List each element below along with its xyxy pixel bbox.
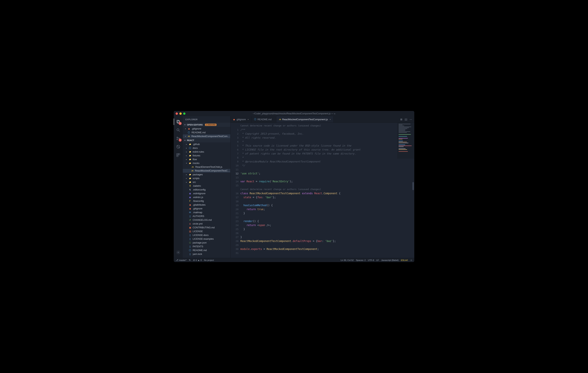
editor-body[interactable]: 123456789101112131415 161718192021222324… [231,123,414,258]
problems-segment[interactable]: ⊘ 0 ▲ 0 [193,259,202,261]
activity-debug[interactable] [174,143,183,151]
branch-segment[interactable]: ⎇ master* [176,259,187,261]
window-close-button[interactable] [176,113,178,115]
file-tree-item[interactable]: ▸📁flow [183,157,230,161]
code-line[interactable] [240,215,414,219]
code-line[interactable]: * All rights reserved. [240,136,414,140]
code-line[interactable] [240,199,414,203]
open-editor-item[interactable]: ●JSReactMockedComponentTestComp… [183,135,230,138]
codelens[interactable]: Cannot determine recent change or author… [240,187,414,191]
file-tree-item[interactable]: ▯LICENSE-examples [183,237,230,241]
editor-tab[interactable]: ⓘREADME.md [251,116,276,123]
file-tree-item[interactable]: ▸📁.github [183,142,230,146]
activity-settings[interactable] [174,249,183,256]
file-tree-item[interactable]: ◉.eslintrc.js [183,195,230,199]
file-tree-item[interactable]: ▯AUTHORS [183,214,230,218]
file-tree-item[interactable]: ▯LICENSE-docs [183,233,230,237]
open-editor-item[interactable]: ●◆.gitignore [183,127,230,131]
file-tree-item[interactable]: ◆.gitattributes [183,203,230,207]
code-line[interactable]: * This source code is licensed under the… [240,144,414,148]
file-label: AUTHORS [193,215,204,218]
code-line[interactable] [240,167,414,172]
encoding[interactable]: UTF-8 [368,259,374,261]
code-line[interactable]: * [240,156,414,160]
code-line[interactable]: render() { [240,219,414,223]
file-tree-item[interactable]: ▸📁fixtures [183,154,230,157]
activity-explorer[interactable]: 2 [174,118,183,126]
file-tree-item[interactable]: ▣CONTRIBUTING.md [183,226,230,229]
code-line[interactable]: class ReactMockedComponentTestComponent … [240,191,414,195]
editor-tab[interactable]: JSReactMockedComponentTestComponent.js● [276,116,334,123]
file-tree-item[interactable]: JSReactMockedComponentTestCom… [183,169,230,173]
file-tree-item[interactable]: ▸📁src [183,180,230,184]
eol[interactable]: LF [376,259,379,261]
code-line[interactable]: return <span />; [240,223,414,227]
code-line[interactable]: } [240,211,414,215]
code-line[interactable]: * [240,140,414,144]
code-line[interactable] [240,184,414,187]
minimap[interactable] [398,123,414,159]
activity-search[interactable] [174,126,183,134]
file-tree-item[interactable]: ▸ⓘdocs [183,146,230,150]
scrollbar-thumb[interactable] [412,182,414,190]
codelens[interactable]: Cannot determine recent change or author… [240,124,414,128]
window-maximize-button[interactable] [183,113,185,115]
code-line[interactable]: * @providesModule ReactMockedComponentTe… [240,160,414,164]
file-tree-item[interactable]: ▯PATENTS [183,245,230,249]
code-line[interactable]: state = {foo: 'bar'}; [240,195,414,199]
code-line[interactable]: */ [240,164,414,167]
code-line[interactable]: * LICENSE file in the root directory of … [240,148,414,152]
code-line[interactable]: module.exports = ReactMockedComponentTes… [240,247,414,251]
file-tree-item[interactable]: ▸📁eslint-rules [183,150,230,154]
code-line[interactable]: 'use strict'; [240,172,414,176]
code-line[interactable]: return true; [240,207,414,211]
code-line[interactable] [240,176,414,179]
file-tree-item[interactable]: ▯yarn.lock [183,252,230,256]
vertical-scrollbar[interactable] [412,123,414,258]
code-line[interactable] [240,243,414,247]
open-editor-item[interactable]: ⓘREADME.md [183,131,230,135]
workspace-header[interactable]: ▾ REACT [183,138,230,142]
code-editor[interactable]: Cannot determine recent change or author… [240,123,414,258]
window-minimize-button[interactable] [179,113,182,115]
review-button[interactable]: ⊞ [400,118,402,121]
code-line[interactable]: } [240,235,414,239]
file-tree-item[interactable]: ◆.gitignore [183,207,230,211]
editor-tab[interactable]: ◆.gitignore● [231,116,251,123]
activity-scm[interactable]: 1 [174,135,183,142]
eslint-status[interactable]: ESLint! [401,259,408,261]
indentation[interactable]: Spaces: 2 [356,259,366,261]
open-editors-header[interactable]: ▾ OPEN EDITORS 2 UNSAVED [183,123,230,127]
code-line[interactable]: * Copyright 2013-present, Facebook, Inc. [240,132,414,136]
file-tree-item[interactable]: ◉.eslintignore [183,192,230,195]
project-segment[interactable]: No project [204,259,214,261]
file-tree-item[interactable]: ▸📁packages [183,173,230,176]
code-line[interactable]: * of patent rights can be found in the P… [240,152,414,156]
split-button[interactable]: ▯▯ [405,118,407,121]
file-tree-item[interactable]: ϐ.babelrc [183,184,230,188]
language-mode[interactable]: Javascript (Babel) [381,259,399,261]
more-button[interactable]: ⋯ [410,118,412,121]
file-tree-item[interactable]: F.flowconfig [183,199,230,203]
sync-button[interactable]: ↻ [189,259,191,261]
file-tree-item[interactable]: ↺CHANGELOG.md [183,218,230,222]
file-tree-item[interactable]: JSReactElementTestChild.js [183,165,230,169]
activity-extensions[interactable] [174,151,183,159]
code-line[interactable]: ReactMockedComponentTestComponent.defaul… [240,239,414,243]
file-tree-item[interactable]: ⬡package.json [183,241,230,245]
code-line[interactable] [240,251,414,255]
cursor-position[interactable]: Ln 30, Col 52 [341,259,354,261]
code-line[interactable] [240,231,414,235]
code-line[interactable]: /** [240,128,414,132]
file-tree-item[interactable]: ▾📂mocks [183,161,230,165]
file-tree-item[interactable]: ↯.editorconfig [183,188,230,192]
code-line[interactable]: var React = require('ReactEntry'); [240,179,414,184]
feedback-button[interactable]: ☺ [410,259,412,261]
file-tree-item[interactable]: ⓘREADME.md [183,249,230,252]
file-tree-item[interactable]: ✉.mailmap [183,211,230,214]
code-line[interactable]: hasCustomMethod() { [240,203,414,207]
code-line[interactable]: } [240,227,414,231]
file-tree-item[interactable]: ▤LICENSE [183,229,230,233]
file-tree-item[interactable]: ▸📁scripts [183,176,230,180]
file-tree-item[interactable]: {}circle.yml [183,222,230,226]
